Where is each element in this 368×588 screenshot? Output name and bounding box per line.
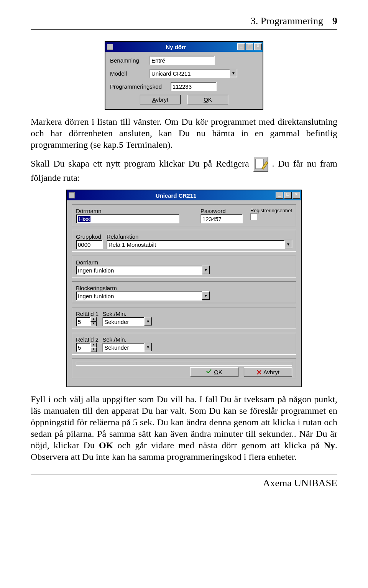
input-progkod[interactable]: 112233 bbox=[171, 82, 217, 91]
close-button[interactable]: × bbox=[292, 192, 300, 199]
chevron-down-icon[interactable]: ▼ bbox=[144, 343, 152, 351]
chevron-down-icon[interactable]: ▼ bbox=[202, 266, 210, 274]
label-relafunktion: Reläfunktion bbox=[107, 233, 292, 240]
minimize-button[interactable]: _ bbox=[276, 192, 283, 199]
input-relatid1[interactable]: 5 bbox=[76, 317, 90, 326]
select-dorrlarm[interactable]: Ingen funktion bbox=[76, 266, 202, 275]
label-benamning: Benämning bbox=[110, 57, 146, 64]
maximize-button[interactable]: □ bbox=[284, 192, 292, 199]
input-dorrnamn[interactable]: Hiss bbox=[76, 214, 179, 223]
input-gruppkod[interactable]: 0000 bbox=[76, 240, 103, 249]
label-relatid2: Relätid 2 bbox=[76, 336, 99, 343]
chevron-down-icon[interactable]: ▼ bbox=[202, 291, 210, 300]
label-password: Password bbox=[200, 208, 243, 214]
window-icon bbox=[69, 192, 75, 198]
label-sekmin1: Sek./Min. bbox=[102, 311, 152, 317]
page-header-number: 9 bbox=[332, 15, 337, 27]
footer-text: Axema UNIBASE bbox=[31, 477, 337, 489]
select-blockeringslarm[interactable]: Ingen funktion bbox=[76, 291, 202, 301]
close-button[interactable]: × bbox=[254, 43, 262, 50]
input-relatid2[interactable]: 5 bbox=[76, 343, 90, 352]
chevron-down-icon[interactable]: ▼ bbox=[230, 69, 237, 77]
checkbox-regenhet[interactable] bbox=[250, 213, 257, 220]
select-sekmin1[interactable]: Sekunder bbox=[102, 317, 145, 326]
dialog-unicard: Unicard CR211 _ □ × Dörrnamn Hiss bbox=[66, 190, 302, 387]
footer-rule bbox=[31, 474, 337, 474]
ok-button[interactable]: OK bbox=[190, 367, 238, 377]
minimize-button[interactable]: _ bbox=[237, 43, 245, 50]
spin-up-icon[interactable]: ▲ bbox=[90, 317, 97, 322]
edit-icon bbox=[253, 157, 268, 172]
paragraph-3: Fyll i och välj alla uppgifter som Du vi… bbox=[31, 393, 337, 462]
input-password[interactable]: 123457 bbox=[200, 214, 243, 223]
spin-up-icon[interactable]: ▲ bbox=[90, 343, 97, 347]
maximize-button[interactable]: □ bbox=[246, 43, 253, 50]
label-dorrlarm: Dörrlarm bbox=[76, 259, 292, 266]
cancel-button[interactable]: Avbryt bbox=[140, 95, 181, 104]
label-regenhet: Registreringsenhet bbox=[250, 208, 292, 213]
header-rule bbox=[31, 29, 337, 30]
label-sekmin2: Sek./Min. bbox=[102, 336, 152, 343]
select-relafunktion[interactable]: Relä 1 Monostabilt bbox=[107, 240, 285, 249]
spin-down-icon[interactable]: ▼ bbox=[90, 347, 97, 352]
check-icon bbox=[206, 370, 212, 375]
select-modell[interactable]: Unicard CR211 bbox=[150, 69, 230, 78]
chevron-down-icon[interactable]: ▼ bbox=[284, 240, 292, 248]
dialog-ny-dorr: Ny dörr _ □ × Benämning Entré Modell Uni… bbox=[105, 41, 263, 110]
paragraph-1: Markera dörren i listan till vänster. Om… bbox=[31, 116, 337, 150]
paragraph-2: Skall Du skapa ett nytt program klickar … bbox=[31, 157, 337, 183]
select-sekmin2[interactable]: Sekunder bbox=[102, 343, 145, 352]
ok-button[interactable]: OK bbox=[187, 95, 228, 104]
chevron-down-icon[interactable]: ▼ bbox=[144, 317, 152, 325]
titlebar-text: Ny dörr bbox=[115, 44, 237, 50]
label-progkod: Programmeringskod bbox=[110, 83, 168, 90]
label-dorrnamn: Dörrnamn bbox=[76, 208, 193, 214]
label-relatid1: Relätid 1 bbox=[76, 311, 99, 317]
label-blockeringslarm: Blockeringslarm bbox=[76, 285, 292, 291]
window-icon bbox=[107, 44, 113, 50]
page-header-title: 3. Programmering bbox=[251, 15, 323, 27]
label-modell: Modell bbox=[110, 70, 146, 77]
x-icon bbox=[256, 370, 262, 375]
titlebar-text: Unicard CR211 bbox=[76, 192, 276, 199]
input-benamning[interactable]: Entré bbox=[150, 56, 215, 65]
cancel-button[interactable]: Avbryt bbox=[244, 367, 292, 377]
label-gruppkod: Gruppkod bbox=[76, 233, 103, 240]
spin-down-icon[interactable]: ▼ bbox=[90, 322, 97, 326]
